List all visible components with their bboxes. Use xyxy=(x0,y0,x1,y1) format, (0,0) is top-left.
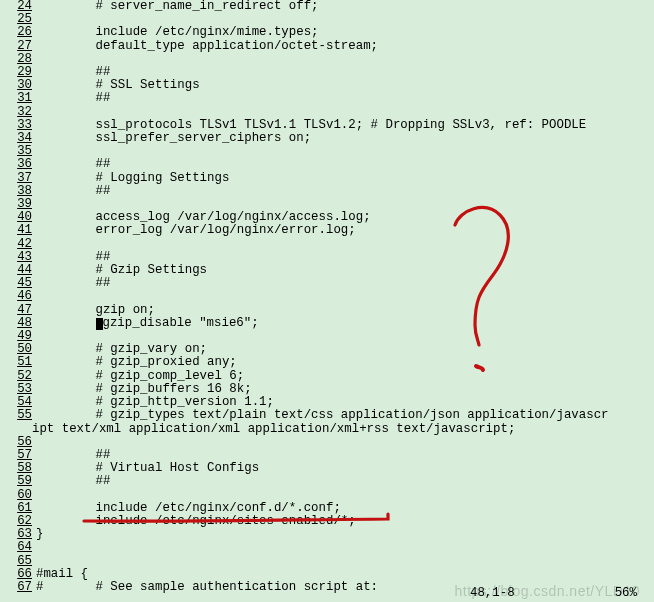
line-number: 47 xyxy=(0,304,32,317)
code-text: include /etc/nginx/conf.d/*.conf; xyxy=(32,502,341,515)
watermark-text: https://blog.csdn.net/YLD10 xyxy=(455,585,641,598)
line-number: 55 xyxy=(0,409,32,422)
code-line[interactable]: 52 # gzip_comp_level 6; xyxy=(0,370,654,383)
line-number: 46 xyxy=(0,290,32,303)
line-number: 36 xyxy=(0,158,32,171)
code-text: ## xyxy=(32,185,110,198)
code-text: # gzip_proxied any; xyxy=(32,356,237,369)
code-text xyxy=(32,541,36,554)
code-line[interactable]: 36 ## xyxy=(0,158,654,171)
line-number: 56 xyxy=(0,436,32,449)
code-line[interactable]: 42 xyxy=(0,238,654,251)
code-line[interactable]: 48 gzip_disable "msie6"; xyxy=(0,317,654,330)
line-number: 65 xyxy=(0,555,32,568)
code-line[interactable]: 65 xyxy=(0,555,654,568)
code-line[interactable]: 60 xyxy=(0,489,654,502)
code-text: #mail { xyxy=(32,568,88,581)
code-text: ## xyxy=(32,277,110,290)
line-number: 52 xyxy=(0,370,32,383)
code-text: # gzip_types text/plain text/css applica… xyxy=(32,409,609,422)
line-number: 66 xyxy=(0,568,32,581)
code-line[interactable]: 32 xyxy=(0,106,654,119)
code-text: error_log /var/log/nginx/error.log; xyxy=(32,224,356,237)
code-line[interactable]: 62 include /etc/nginx/sites-enabled/*; xyxy=(0,515,654,528)
line-number: 26 xyxy=(0,26,32,39)
line-number: 42 xyxy=(0,238,32,251)
code-line[interactable]: ipt text/xml application/xml application… xyxy=(0,423,654,436)
code-line[interactable]: 66#mail { xyxy=(0,568,654,581)
line-number: 37 xyxy=(0,172,32,185)
code-line[interactable]: 64 xyxy=(0,541,654,554)
code-text xyxy=(32,290,36,303)
line-number: 41 xyxy=(0,224,32,237)
code-text: include /etc/nginx/mime.types; xyxy=(32,26,319,39)
code-line[interactable]: 26 include /etc/nginx/mime.types; xyxy=(0,26,654,39)
code-text xyxy=(32,436,36,449)
line-number: 31 xyxy=(0,92,32,105)
code-line[interactable]: 27 default_type application/octet-stream… xyxy=(0,40,654,53)
code-line[interactable]: 59 ## xyxy=(0,475,654,488)
line-number: 60 xyxy=(0,489,32,502)
code-text xyxy=(32,238,36,251)
code-line[interactable]: 61 include /etc/nginx/conf.d/*.conf; xyxy=(0,502,654,515)
code-text xyxy=(32,106,36,119)
code-text: # gzip_comp_level 6; xyxy=(32,370,244,383)
code-text: ## xyxy=(32,158,110,171)
code-line[interactable]: 46 xyxy=(0,290,654,303)
code-text: # Logging Settings xyxy=(32,172,229,185)
code-text: include /etc/nginx/sites-enabled/*; xyxy=(32,515,356,528)
code-line[interactable]: 37 # Logging Settings xyxy=(0,172,654,185)
line-number: 64 xyxy=(0,541,32,554)
code-text: ## xyxy=(32,92,110,105)
code-line[interactable]: 24 # server_name_in_redirect off; xyxy=(0,0,654,13)
code-line[interactable]: 38 ## xyxy=(0,185,654,198)
code-line[interactable]: 34 ssl_prefer_server_ciphers on; xyxy=(0,132,654,145)
code-editor[interactable]: 24 # server_name_in_redirect off;2526 in… xyxy=(0,0,654,594)
code-line[interactable]: 41 error_log /var/log/nginx/error.log; xyxy=(0,224,654,237)
code-text xyxy=(32,489,36,502)
code-text: } xyxy=(32,528,43,541)
code-line[interactable]: 31 ## xyxy=(0,92,654,105)
text-cursor xyxy=(96,318,103,330)
code-text: ssl_prefer_server_ciphers on; xyxy=(32,132,311,145)
code-text: ipt text/xml application/xml application… xyxy=(32,423,515,436)
code-line[interactable]: 56 xyxy=(0,436,654,449)
line-number: 32 xyxy=(0,106,32,119)
line-number xyxy=(0,423,32,436)
code-text: # server_name_in_redirect off; xyxy=(32,0,319,13)
code-line[interactable]: 55 # gzip_types text/plain text/css appl… xyxy=(0,409,654,422)
code-line[interactable]: 51 # gzip_proxied any; xyxy=(0,356,654,369)
code-text xyxy=(32,555,36,568)
code-line[interactable]: 45 ## xyxy=(0,277,654,290)
code-text: gzip_disable "msie6"; xyxy=(32,317,259,330)
line-number: 59 xyxy=(0,475,32,488)
code-line[interactable]: 63} xyxy=(0,528,654,541)
code-text: ## xyxy=(32,475,110,488)
code-line[interactable]: 47 gzip on; xyxy=(0,304,654,317)
line-number: 51 xyxy=(0,356,32,369)
line-number: 61 xyxy=(0,502,32,515)
line-number: 27 xyxy=(0,40,32,53)
code-text: default_type application/octet-stream; xyxy=(32,40,378,53)
